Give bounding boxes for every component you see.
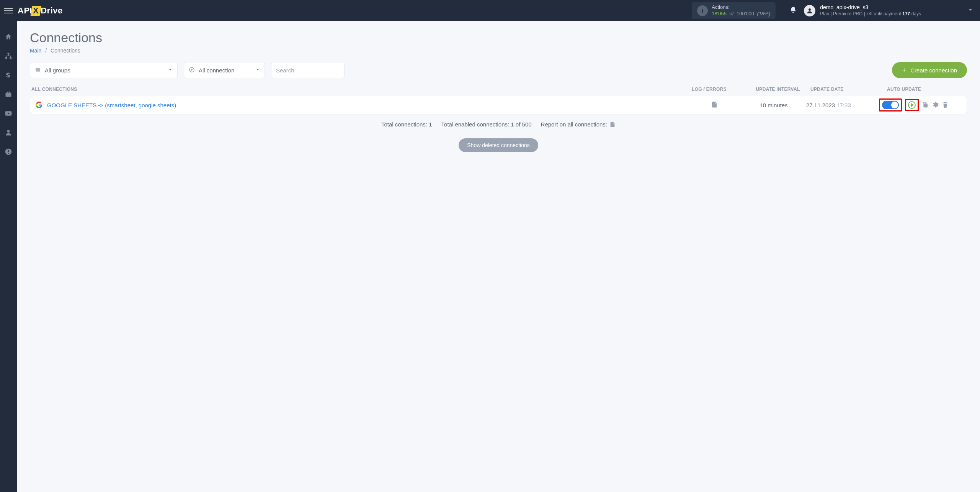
groups-select[interactable]: All groups — [30, 62, 178, 78]
svg-rect-5 — [10, 57, 11, 59]
file-icon — [609, 121, 616, 128]
google-icon — [36, 102, 42, 108]
update-interval: 10 minutes — [741, 102, 806, 108]
actions-counter[interactable]: Actions: 18'055 of 100'000 (18%) — [692, 2, 776, 19]
breadcrumb: Main / Connections — [30, 48, 967, 54]
actions-label: Actions: — [712, 4, 770, 10]
page-title: Connections — [30, 30, 967, 45]
info-icon — [697, 5, 708, 16]
sidebar-user-icon[interactable] — [4, 128, 13, 137]
svg-rect-10 — [924, 103, 928, 108]
update-date: 27.11.2023 17:33 — [806, 102, 879, 108]
summary-line: Total connections: 1 Total enabled conne… — [30, 121, 967, 128]
show-deleted-button[interactable]: Show deleted connections — [459, 138, 538, 152]
svg-rect-3 — [8, 53, 10, 54]
trash-icon[interactable] — [942, 101, 949, 109]
user-menu[interactable]: demo_apix-drive_s3 Plan | Premium PRO | … — [804, 4, 976, 17]
highlight-play — [905, 99, 919, 111]
user-name: demo_apix-drive_s3 — [820, 4, 921, 11]
th-log: LOG / ERRORS — [692, 87, 745, 92]
chevron-down-icon — [968, 7, 973, 14]
sidebar-video-icon[interactable] — [4, 109, 13, 118]
menu-toggle-icon[interactable] — [4, 8, 13, 13]
search-input[interactable] — [276, 67, 340, 74]
run-now-button[interactable] — [908, 101, 916, 109]
plus-icon — [902, 68, 906, 72]
play-icon — [189, 67, 195, 74]
table-header: ALL CONNECTIONS LOG / ERRORS UPDATE INTE… — [30, 87, 967, 92]
notifications-icon[interactable] — [789, 6, 797, 15]
th-auto: AUTO UPDATE — [883, 87, 965, 92]
svg-point-7 — [7, 130, 10, 133]
status-select-label: All connection — [199, 67, 234, 74]
copy-icon[interactable] — [922, 101, 929, 109]
report-link[interactable]: Report on all connections: — [541, 121, 616, 128]
chevron-down-icon — [168, 67, 173, 73]
svg-point-0 — [702, 9, 703, 10]
actions-total: 100'000 — [737, 11, 754, 16]
main-content: Connections Main / Connections All group… — [17, 21, 980, 492]
breadcrumb-current: Connections — [51, 48, 80, 54]
th-date: UPDATE DATE — [810, 87, 883, 92]
breadcrumb-main[interactable]: Main — [30, 48, 41, 54]
plan-info: Plan | Premium PRO | left until payment … — [820, 11, 921, 17]
enabled-connections: Total enabled connections: 1 of 500 — [441, 121, 532, 128]
svg-rect-1 — [702, 10, 703, 12]
chevron-down-icon — [255, 67, 260, 73]
sidebar-billing-icon[interactable] — [4, 71, 13, 79]
sidebar-connections-icon[interactable] — [4, 52, 13, 60]
create-connection-button[interactable]: Create connection — [892, 62, 967, 78]
total-connections: Total connections: 1 — [381, 121, 432, 128]
create-connection-label: Create connection — [910, 67, 957, 74]
th-interval: UPDATE INTERVAL — [745, 87, 810, 92]
actions-used: 18'055 — [712, 11, 727, 16]
avatar-icon — [804, 5, 815, 16]
highlight-toggle — [879, 98, 902, 112]
actions-pct: (18%) — [757, 11, 771, 16]
log-file-icon[interactable] — [711, 101, 718, 109]
gear-icon[interactable] — [932, 101, 939, 109]
status-select[interactable]: All connection — [184, 62, 265, 78]
top-bar: APIXDrive Actions: 18'055 of 100'000 (18… — [0, 0, 980, 21]
sidebar-briefcase-icon[interactable] — [4, 90, 13, 98]
filters-row: All groups All connection Create connect… — [30, 62, 967, 78]
actions-of: of — [730, 11, 734, 16]
folder-icon — [35, 67, 41, 74]
sidebar — [0, 21, 17, 492]
table-row: GOOGLE SHEETS -> (smartsheet, google she… — [30, 96, 967, 114]
search-input-wrap — [271, 62, 345, 78]
connection-name-link[interactable]: GOOGLE SHEETS -> (smartsheet, google she… — [47, 102, 176, 108]
sidebar-help-icon[interactable] — [4, 148, 13, 156]
svg-point-2 — [808, 8, 811, 11]
groups-select-label: All groups — [45, 67, 70, 74]
sidebar-home-icon[interactable] — [4, 33, 13, 41]
logo[interactable]: APIXDrive — [18, 6, 63, 16]
auto-update-toggle[interactable] — [882, 101, 899, 109]
th-all: ALL CONNECTIONS — [31, 87, 692, 92]
svg-rect-4 — [5, 57, 7, 59]
